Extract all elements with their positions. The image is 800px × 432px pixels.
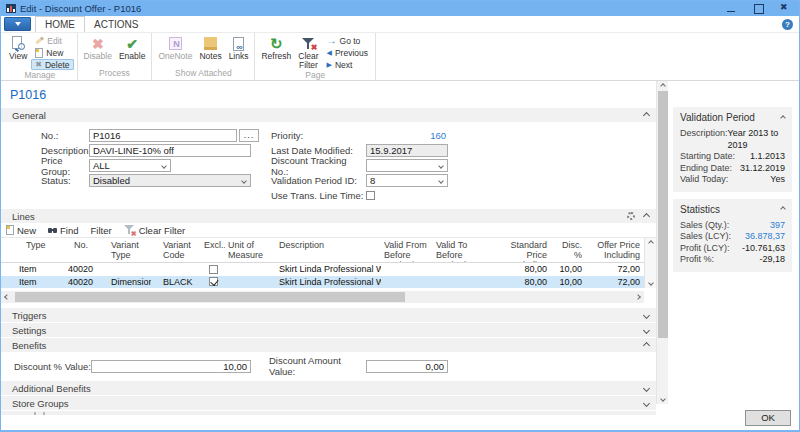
view-button[interactable]: View <box>6 34 30 70</box>
cell-description[interactable]: Skirt Linda Professional Wear <box>275 277 381 287</box>
cell-no[interactable]: 40020 <box>58 277 99 287</box>
expand-icon[interactable] <box>643 326 650 333</box>
cell-description[interactable]: Skirt Linda Professional Wear <box>275 264 381 274</box>
table-row[interactable]: Item 40020 Skirt Linda Professional Wear… <box>1 263 644 276</box>
use-trans-line-time-checkbox[interactable] <box>366 191 375 200</box>
fasttab-settings[interactable]: Settings <box>1 323 656 337</box>
collapse-icon[interactable] <box>643 212 650 219</box>
expand-icon[interactable] <box>643 384 650 391</box>
fasttab-benefits[interactable]: Benefits <box>1 338 656 352</box>
help-icon[interactable] <box>782 19 793 30</box>
col-unit-of-measure[interactable]: Unit of Measure <box>225 238 275 262</box>
fasttab-triggers[interactable]: Triggers <box>1 308 656 322</box>
links-button[interactable]: Links <box>226 34 252 68</box>
fasttab-additional-benefits[interactable]: Additional Benefits <box>1 381 656 395</box>
scroll-right-icon[interactable] <box>632 295 644 299</box>
stat-sales-lcy-value[interactable]: 36.878,37 <box>745 231 785 243</box>
excluded-checkbox[interactable] <box>209 265 218 274</box>
discount-tracking-select[interactable] <box>366 159 448 172</box>
col-standard-price[interactable]: Standard Price Including VAT <box>496 238 551 262</box>
validation-period-id-select[interactable]: 8 <box>366 174 448 187</box>
no-assist-button[interactable]: ... <box>239 129 259 142</box>
discount-pct-field[interactable]: 10,00 <box>91 360 251 373</box>
disable-button[interactable]: ✖ Disable <box>81 34 115 68</box>
factbox-header[interactable]: Statistics <box>680 204 785 215</box>
cell-type[interactable]: Item <box>1 277 58 287</box>
scroll-down-icon[interactable] <box>660 396 666 402</box>
edit-button[interactable]: Edit <box>31 35 73 46</box>
stat-sales-qty-value[interactable]: 397 <box>770 220 785 232</box>
fasttab-general[interactable]: General <box>1 108 656 122</box>
scrollbar-thumb[interactable] <box>658 91 668 338</box>
ribbon-group-manage: View Edit New ✖ Delete <box>3 33 78 80</box>
discount-amount-field[interactable]: 0,00 <box>366 360 448 373</box>
excluded-checkbox[interactable] <box>209 277 218 286</box>
lines-filter-button[interactable]: Filter <box>91 225 112 236</box>
cell-offer-price[interactable]: 72,00 <box>586 277 644 287</box>
collapse-icon[interactable] <box>780 206 786 212</box>
page-vertical-scrollbar[interactable] <box>656 81 668 404</box>
table-vertical-scrollbar[interactable] <box>644 238 656 288</box>
cell-no[interactable]: 40020 <box>58 264 99 274</box>
table-row-selected[interactable]: Item 40020 Dimension 1 BLACK Skirt Linda… <box>1 276 644 289</box>
fasttab-lines[interactable]: Lines <box>1 209 656 223</box>
scroll-down-icon[interactable] <box>648 280 654 286</box>
scrollbar-thumb[interactable] <box>15 292 405 302</box>
table-horizontal-scrollbar[interactable] <box>1 291 644 303</box>
cell-variant-type[interactable]: Dimension 1 <box>99 277 151 287</box>
collapse-icon[interactable] <box>643 111 650 118</box>
delete-button[interactable]: ✖ Delete <box>31 59 73 70</box>
maximize-icon[interactable] <box>753 4 763 13</box>
cell-disc[interactable]: 10,00 <box>551 264 586 274</box>
no-field[interactable]: P1016 <box>89 129 237 142</box>
col-variant-code[interactable]: Variant Code <box>151 238 201 262</box>
lines-find-button[interactable]: Find <box>48 225 78 236</box>
cell-type[interactable]: Item <box>1 264 58 274</box>
cell-offer-price[interactable]: 72,00 <box>586 264 644 274</box>
next-button[interactable]: ▶ Next <box>323 59 372 70</box>
cell-standard-price[interactable]: 80,00 <box>496 277 551 287</box>
cell-standard-price[interactable]: 80,00 <box>496 264 551 274</box>
goto-button[interactable]: → Go to <box>323 35 372 46</box>
price-group-select[interactable]: ALL <box>89 159 171 172</box>
minimize-icon[interactable] <box>726 4 736 13</box>
scroll-up-icon[interactable] <box>660 83 666 89</box>
col-valid-to[interactable]: Valid To Before Expiration Date <box>433 238 496 262</box>
scroll-up-icon[interactable] <box>648 240 654 246</box>
scroll-left-icon[interactable] <box>1 295 13 299</box>
col-disc[interactable]: Disc. % <box>551 238 586 262</box>
col-offer-price[interactable]: Offer Price Including VAT <box>586 238 644 262</box>
lines-clear-filter-button[interactable]: ✖Clear Filter <box>124 224 185 236</box>
factbox-header[interactable]: Validation Period <box>680 112 785 123</box>
collapse-icon[interactable] <box>780 115 786 121</box>
status-select[interactable]: Disabled <box>89 174 251 187</box>
refresh-button[interactable]: ↻ Refresh <box>258 34 294 70</box>
col-excl[interactable]: Excl... <box>201 238 225 262</box>
close-icon[interactable] <box>780 4 790 13</box>
enable-check-icon: ✔ <box>126 37 138 51</box>
cell-disc[interactable]: 10,00 <box>551 277 586 287</box>
col-no[interactable]: No. <box>58 238 99 262</box>
col-variant-type[interactable]: Variant Type <box>99 238 151 262</box>
col-type[interactable]: Type <box>1 238 58 262</box>
clear-filter-button[interactable]: ✖ Clear Filter <box>295 34 321 70</box>
col-valid-from[interactable]: Valid From Before Expiration Date <box>381 238 433 262</box>
onenote-button[interactable]: OneNote <box>155 34 195 68</box>
tab-home[interactable]: HOME <box>35 16 85 32</box>
application-menu-button[interactable] <box>4 17 31 31</box>
use-trans-line-time-label: Use Trans. Line Time: <box>271 190 366 201</box>
ok-button[interactable]: OK <box>745 410 791 426</box>
collapse-icon[interactable] <box>643 341 650 348</box>
col-description[interactable]: Description <box>275 238 381 262</box>
priority-value[interactable]: 160 <box>366 130 448 141</box>
description-field[interactable]: DAVI-LINE-10% off <box>89 144 251 157</box>
notes-button[interactable]: Notes <box>196 34 224 68</box>
gear-icon[interactable] <box>627 212 635 220</box>
cell-variant-code[interactable]: BLACK <box>151 277 201 287</box>
new-button[interactable]: New <box>31 47 73 58</box>
lines-new-button[interactable]: New <box>6 225 36 236</box>
previous-button[interactable]: ◀ Previous <box>323 47 372 58</box>
tab-actions[interactable]: ACTIONS <box>85 17 147 32</box>
expand-icon[interactable] <box>643 311 650 318</box>
enable-button[interactable]: ✔ Enable <box>116 34 148 68</box>
